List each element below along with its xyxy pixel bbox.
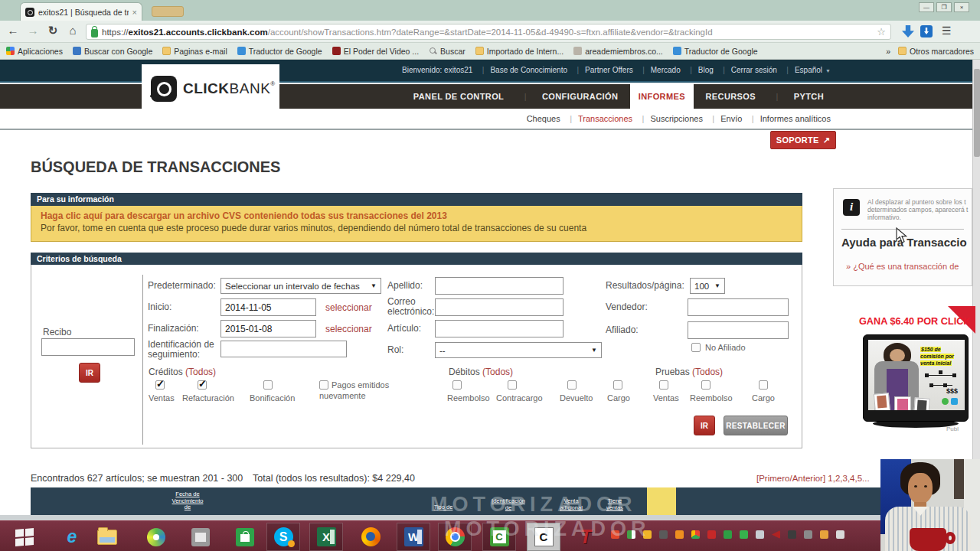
ssl-padlock-icon[interactable] bbox=[91, 29, 98, 37]
bookmark-item-apps[interactable]: Aplicaciones bbox=[6, 47, 63, 56]
tray-icon[interactable] bbox=[691, 530, 700, 539]
bookmark-item[interactable]: areademiembros.co... bbox=[573, 47, 663, 56]
taskbar-firefox[interactable] bbox=[354, 523, 387, 551]
taskbar-windows-store[interactable] bbox=[228, 523, 262, 551]
bookmarks-overflow-button[interactable]: » bbox=[886, 47, 890, 56]
affiliate-input[interactable] bbox=[688, 321, 789, 339]
credits-all-link[interactable]: (Todos) bbox=[185, 367, 216, 377]
topbar-link-partner-offers[interactable]: Partner Offers bbox=[570, 60, 632, 81]
extension-icon[interactable] bbox=[920, 25, 933, 37]
topbar-link-marketplace[interactable]: Mercado bbox=[636, 60, 681, 81]
tray-icon[interactable] bbox=[836, 530, 844, 539]
window-close-button[interactable]: × bbox=[954, 2, 969, 12]
results-per-page-select[interactable]: 100 ▼ bbox=[690, 278, 725, 294]
other-bookmarks-folder[interactable]: Otros marcadores bbox=[898, 47, 974, 56]
checkbox-box[interactable] bbox=[319, 380, 328, 390]
tray-icon[interactable] bbox=[659, 530, 668, 539]
browser-tab[interactable]: exitos21 | Búsqueda de tra × bbox=[20, 2, 142, 21]
taskbar-file-explorer[interactable] bbox=[90, 523, 124, 551]
bookmark-item[interactable]: Buscar con Google bbox=[73, 47, 152, 56]
lastname-input[interactable] bbox=[435, 277, 564, 295]
end-date-input[interactable] bbox=[220, 320, 316, 337]
reload-button[interactable]: ↻ bbox=[44, 24, 61, 37]
subnav-transacciones[interactable]: Transacciones bbox=[564, 109, 632, 129]
scrollbar-thumb[interactable] bbox=[974, 69, 980, 157]
no-affiliate-checkbox[interactable] bbox=[691, 343, 701, 352]
checkbox-test-ventas[interactable] bbox=[659, 380, 668, 390]
tracking-id-input[interactable] bbox=[220, 341, 347, 357]
bookmark-item[interactable]: Buscar bbox=[429, 47, 466, 56]
nav-recursos[interactable]: RECURSOS bbox=[697, 84, 764, 109]
tray-icon[interactable] bbox=[756, 530, 764, 539]
chrome-menu-icon[interactable]: ☰ bbox=[942, 24, 952, 37]
start-button[interactable] bbox=[3, 523, 46, 551]
checkbox-ventas[interactable] bbox=[155, 380, 165, 390]
tray-icon[interactable] bbox=[611, 530, 619, 539]
taskbar-skype[interactable]: S bbox=[266, 523, 300, 551]
column-header-identificacion[interactable]: Identificación de bbox=[477, 498, 540, 511]
language-selector[interactable]: Español▼ bbox=[780, 60, 831, 82]
subnav-envio[interactable]: Envío bbox=[706, 109, 742, 129]
tray-icon[interactable] bbox=[675, 530, 684, 539]
bookmark-star-icon[interactable]: ☆ bbox=[877, 26, 886, 37]
tray-icon[interactable] bbox=[627, 530, 635, 539]
csv-download-link[interactable]: Haga clic aquí para descargar un archivo… bbox=[41, 210, 802, 221]
date-range-select[interactable]: Seleccionar un intervalo de fechas ▼ bbox=[220, 278, 381, 294]
nav-panel-de-control[interactable]: PANEL DE CONTROL bbox=[405, 84, 512, 109]
tray-icon[interactable] bbox=[820, 530, 828, 539]
bookmark-folder[interactable]: Importado de Intern... bbox=[475, 47, 564, 56]
ad-banner[interactable]: $150 de comisión por venta inicial $$$ bbox=[863, 334, 969, 422]
checkbox-reembolso[interactable] bbox=[452, 380, 462, 390]
column-header-tiene-ventas[interactable]: Tiene ventas bbox=[595, 498, 635, 511]
forward-button[interactable]: → bbox=[24, 24, 41, 37]
search-go-button[interactable]: IR bbox=[694, 416, 715, 435]
back-button[interactable]: ← bbox=[5, 24, 21, 37]
tray-icon[interactable] bbox=[643, 530, 652, 539]
debits-all-link[interactable]: (Todos) bbox=[482, 367, 513, 377]
bookmark-item[interactable]: El Poder del Video ... bbox=[332, 47, 419, 56]
role-select[interactable]: -- ▼ bbox=[435, 342, 602, 358]
nav-informes[interactable]: INFORMES bbox=[630, 84, 694, 115]
new-tab-button[interactable] bbox=[152, 6, 184, 17]
window-maximize-button[interactable]: ❐ bbox=[936, 2, 952, 12]
tray-icon[interactable] bbox=[724, 530, 732, 539]
tray-icon[interactable] bbox=[707, 530, 716, 539]
nav-pytch[interactable]: PYTCH bbox=[767, 84, 832, 109]
subnav-cheques[interactable]: Cheques bbox=[527, 109, 560, 129]
checkbox-cargo[interactable] bbox=[613, 380, 622, 390]
reset-button[interactable]: RESTABLECER bbox=[724, 416, 788, 435]
checkbox-bonificacion[interactable] bbox=[263, 380, 273, 390]
home-button[interactable]: ⌂ bbox=[64, 24, 81, 37]
tray-icon[interactable] bbox=[804, 530, 812, 539]
checkbox-refacturacion[interactable] bbox=[198, 380, 207, 390]
tray-icon[interactable] bbox=[788, 530, 796, 539]
address-bar[interactable]: https://exitos21.accounts.clickbank.com/… bbox=[86, 24, 891, 40]
page-scrollbar[interactable] bbox=[972, 60, 980, 520]
topbar-link-logout[interactable]: Cerrar sesión bbox=[717, 60, 777, 81]
column-header-tipo[interactable]: Tipo de bbox=[423, 504, 463, 511]
item-input[interactable] bbox=[435, 320, 564, 337]
checkbox-devuelto[interactable] bbox=[567, 380, 577, 390]
topbar-link-knowledge-base[interactable]: Base de Conocimiento bbox=[476, 60, 567, 81]
column-header-fecha[interactable]: Fecha de Vencimiento de bbox=[145, 491, 230, 511]
tests-all-link[interactable]: (Todos) bbox=[692, 367, 723, 377]
email-input[interactable] bbox=[435, 298, 564, 316]
start-date-input[interactable] bbox=[220, 298, 316, 316]
start-date-picker-link[interactable]: seleccionar bbox=[325, 302, 372, 313]
taskbar-internet-explorer[interactable]: e bbox=[55, 523, 89, 551]
taskbar-chrome[interactable] bbox=[438, 523, 472, 551]
clickbank-logo[interactable]: CLICKBANK® bbox=[142, 64, 279, 113]
taskbar-t-logo[interactable]: T bbox=[567, 523, 605, 551]
tab-close-icon[interactable]: × bbox=[132, 8, 137, 17]
tray-icon[interactable] bbox=[740, 530, 748, 539]
vendor-input[interactable] bbox=[688, 298, 789, 316]
window-minimize-button[interactable]: — bbox=[919, 2, 934, 12]
checkbox-test-cargo[interactable] bbox=[759, 380, 768, 390]
receipt-input[interactable] bbox=[41, 338, 135, 356]
taskbar-camtasia[interactable]: C bbox=[482, 523, 516, 551]
receipt-go-button[interactable]: IR bbox=[79, 363, 100, 383]
taskbar-camtasia-recorder[interactable]: C bbox=[527, 523, 560, 551]
checkbox-test-reembolso[interactable] bbox=[701, 380, 710, 390]
taskbar-camtasia-swirl[interactable] bbox=[139, 523, 173, 551]
taskbar-word[interactable]: W bbox=[397, 523, 430, 551]
